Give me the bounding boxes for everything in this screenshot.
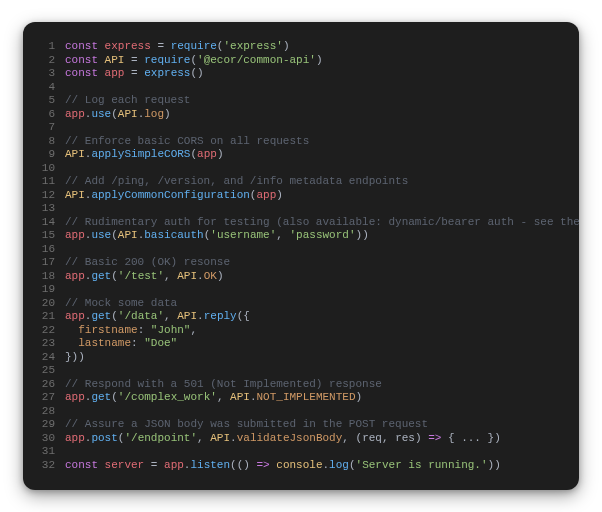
code-line: 28 [33,405,561,419]
line-content: API.applySimpleCORS(app) [65,148,223,162]
line-number: 25 [33,364,55,378]
token-pun: . [250,391,257,403]
token-pun: : [138,324,151,336]
code-line: 21app.get('/data', API.reply({ [33,310,561,324]
token-prop: log [144,108,164,120]
token-var: app [256,189,276,201]
token-pun: ) [356,391,363,403]
token-pun: (() [230,459,256,471]
code-line: 25 [33,364,561,378]
line-number: 4 [33,81,55,95]
code-line: 29// Assure a JSON body was submitted in… [33,418,561,432]
line-number: 22 [33,324,55,338]
line-content: // Respond with a 501 (Not Implemented) … [65,378,382,392]
code-line: 16 [33,243,561,257]
line-number: 17 [33,256,55,270]
token-vblu: API [65,148,85,160]
token-pun: ( [111,229,118,241]
line-content [65,81,72,95]
code-line: 4 [33,81,561,95]
token-pun: )) [356,229,369,241]
token-str: 'express' [223,40,282,52]
token-str: 'username' [210,229,276,241]
line-content: // Assure a JSON body was submitted in t… [65,418,428,432]
line-number: 20 [33,297,55,311]
line-number: 3 [33,67,55,81]
token-arg: res [395,432,415,444]
line-content [65,202,72,216]
token-pun: ) [283,40,290,52]
token-pun: ( [111,310,118,322]
code-line: 12API.applyCommonConfiguration(app) [33,189,561,203]
line-number: 1 [33,40,55,54]
token-var: app [65,229,85,241]
line-content: // Basic 200 (OK) resonse [65,256,230,270]
line-number: 29 [33,418,55,432]
token-str: '@ecor/common-api' [197,54,316,66]
token-vblu: console [276,459,322,471]
line-number: 12 [33,189,55,203]
line-content: firstname: "John", [65,324,197,338]
token-pun: = [124,54,144,66]
code-line: 30app.post('/endpoint', API.validateJson… [33,432,561,446]
token-vblu: API [118,108,138,120]
token-cmt: // Enforce basic CORS on all requests [65,135,309,147]
code-line: 13 [33,202,561,216]
token-pun: })) [65,351,85,363]
token-fn: applyCommonConfiguration [91,189,249,201]
line-content: })) [65,351,85,365]
code-line: 6app.use(API.log) [33,108,561,122]
token-pun: ) [316,54,323,66]
code-line: 11// Add /ping, /version, and /info meta… [33,175,561,189]
token-kw: => [428,432,441,444]
line-content: // Log each request [65,94,190,108]
line-number: 32 [33,459,55,473]
token-pun: ( [349,459,356,471]
code-line: 26// Respond with a 501 (Not Implemented… [33,378,561,392]
token-fn: use [91,229,111,241]
line-content [65,405,72,419]
line-number: 23 [33,337,55,351]
line-content [65,243,72,257]
line-content: // Add /ping, /version, and /info metada… [65,175,408,189]
line-content: const API = require('@ecor/common-api') [65,54,323,68]
code-line: 5// Log each request [33,94,561,108]
token-var: app [164,459,184,471]
token-cmt: // Assure a JSON body was submitted in t… [65,418,428,430]
code-card: 1const express = require('express')2cons… [23,22,579,490]
token-var: app [105,67,125,79]
line-content: app.use(API.log) [65,108,171,122]
token-fn: get [91,310,111,322]
token-fn: express [144,67,190,79]
token-cmt: // Log each request [65,94,190,106]
line-content: // Enforce basic CORS on all requests [65,135,309,149]
token-prop: NOT_IMPLEMENTED [257,391,356,403]
token-kw: const [65,54,105,66]
line-number: 14 [33,216,55,230]
token-var: express [105,40,151,52]
token-fn: post [91,432,117,444]
token-vblu: API [230,391,250,403]
code-line: 32const server = app.listen(() => consol… [33,459,561,473]
line-number: 8 [33,135,55,149]
token-arg: req [362,432,382,444]
line-content: app.post('/endpoint', API.validateJsonBo… [65,432,501,446]
token-pun: , [382,432,395,444]
code-line: 8// Enforce basic CORS on all requests [33,135,561,149]
line-number: 18 [33,270,55,284]
line-number: 5 [33,94,55,108]
line-number: 2 [33,54,55,68]
line-number: 27 [33,391,55,405]
line-number: 6 [33,108,55,122]
token-vblu: API [177,270,197,282]
code-line: 23 lastname: "Doe" [33,337,561,351]
token-vblu: API [210,432,230,444]
token-pun: = [151,40,171,52]
line-content: app.get('/test', API.OK) [65,270,224,284]
token-pun: ({ [237,310,250,322]
token-kw: const [65,459,105,471]
token-pun: ( [111,270,118,282]
token-pun: , ( [342,432,362,444]
token-fn: log [329,459,349,471]
line-number: 16 [33,243,55,257]
